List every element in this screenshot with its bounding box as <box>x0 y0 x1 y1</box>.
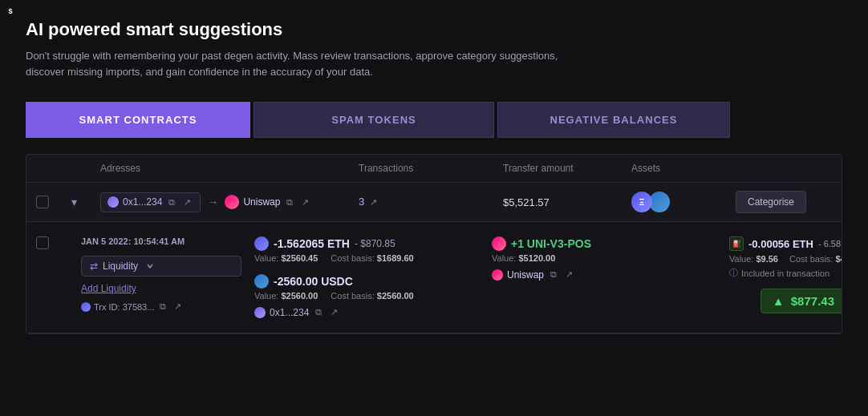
link-trx-id-button[interactable]: ↗ <box>172 301 184 313</box>
result-value: $877.43 <box>791 294 834 308</box>
table-header: Adresses Transactions Transfer amount As… <box>26 155 842 183</box>
row-expand-cell: ▾ <box>68 194 100 210</box>
eth-tx-amount: -1.562065 ETH <box>274 237 350 250</box>
categorise-button[interactable]: Categorise <box>736 191 806 213</box>
uni-tx-item: +1 UNI-V3-POS Value: $5120.00 Uniswap ⧉ … <box>492 236 716 281</box>
usdc-addr-icon <box>254 307 266 318</box>
eth-tx-item: -1.562065 ETH - $870.85 Value: $2560.45 … <box>254 236 479 263</box>
page-subtitle: Don't struggle with remembering your pas… <box>26 48 571 79</box>
col-assets-header: Assets <box>631 163 736 174</box>
col-transfer-header: Transfer amount <box>503 163 631 174</box>
eth-tx-value-label: Value: $2560.45 <box>254 253 318 263</box>
dropdown-label: Liquidity <box>103 261 138 272</box>
table-row: ▾ 0x1...234 ⧉ ↗ → Uniswap ⧉ ↗ 3 ↗ $5,521… <box>26 183 842 222</box>
usdc-tx-value-label: Value: $2560.00 <box>254 291 318 301</box>
copy-from-address-button[interactable]: ⧉ <box>166 196 177 208</box>
asset1-cost-label: Cost basis: $4.62 <box>789 254 842 264</box>
trx-id-text: Trx ID: 37583... <box>94 302 154 312</box>
copy-usdc-addr-button[interactable]: ⧉ <box>313 306 324 318</box>
uni-col: +1 UNI-V3-POS Value: $5120.00 Uniswap ⧉ … <box>492 236 716 318</box>
eth-tx-cost-label: Cost basis: $1689.60 <box>331 253 413 263</box>
tx-link-button[interactable]: ↗ <box>367 196 379 208</box>
asset1-fiat: - 6.58 <box>818 239 841 248</box>
copy-to-address-button[interactable]: ⧉ <box>284 196 295 208</box>
eth-asset-icon: Ξ <box>631 192 652 212</box>
usdc-tx-amount: -2560.00 USDC <box>274 275 353 288</box>
tab-negative-balances[interactable]: NEGATIVE BALANCES <box>497 102 730 138</box>
copy-trx-id-button[interactable]: ⧉ <box>157 301 168 313</box>
col-expand-header <box>68 163 100 174</box>
usdc-tx-cost: $2560.00 <box>377 291 414 301</box>
from-address-text: 0x1...234 <box>123 196 162 208</box>
uni-link-icon <box>492 269 503 281</box>
uni-tx-main: +1 UNI-V3-POS <box>492 236 716 251</box>
info-icon: ⓘ <box>729 267 738 279</box>
main-table: Adresses Transactions Transfer amount As… <box>26 154 842 334</box>
tx-count: 3 <box>359 196 364 208</box>
result-row: ▲ $877.43 💬 ⋮ <box>729 289 842 313</box>
trx-id-row: Trx ID: 37583... ⧉ ↗ <box>81 301 241 313</box>
tx-details-col: -1.562065 ETH - $870.85 Value: $2560.45 … <box>254 236 479 318</box>
expanded-meta-col: JAN 5 2022: 10:54:41 AM ⇄ Liquidity Add … <box>81 236 241 318</box>
category-dropdown[interactable]: ⇄ Liquidity <box>81 256 241 277</box>
uni-link-text: Uniswap <box>507 269 544 281</box>
tab-spam-tokens[interactable]: SPAM TOKENS <box>254 102 494 138</box>
asset1-value: $9.56 <box>756 254 778 264</box>
transfer-amount-cell: $5,521.57 <box>503 196 631 208</box>
result-col: ⛽ -0.00056 ETH - 6.58 Value: $9.56 Cost … <box>729 236 842 318</box>
categorise-cell: Categorise <box>736 191 832 213</box>
tabs-row: SMART CONTRACTS SPAM TOKENS NEGATIVE BAL… <box>26 102 842 138</box>
eth-asset-pump-icon: ⛽ <box>729 236 744 251</box>
add-liquidity-link[interactable]: Add Liquidity <box>81 283 241 294</box>
asset1-sub: Value: $9.56 Cost basis: $4.62 <box>729 254 842 264</box>
usdc-tx-main: -2560.00 USDC <box>254 274 479 289</box>
link-from-address-button[interactable]: ↗ <box>181 196 193 208</box>
asset1-note: Included in transaction <box>741 269 829 278</box>
copy-uni-link-button[interactable]: ⧉ <box>548 269 559 281</box>
eth-tx-sub: Value: $2560.45 Cost basis: $1689.60 <box>254 253 479 263</box>
expanded-row-checkbox[interactable] <box>36 236 49 249</box>
col-actions-header <box>736 163 832 174</box>
eth-tx-value: $2560.45 <box>281 253 318 263</box>
chevron-down-icon <box>146 262 154 270</box>
from-address-badge: 0x1...234 ⧉ ↗ <box>100 192 201 212</box>
uni-tx-value: $5120.00 <box>518 253 555 263</box>
link-uni-button[interactable]: ↗ <box>563 269 575 281</box>
eth-tx-cost: $1689.60 <box>377 253 414 263</box>
arrow-up-icon: ▲ <box>773 294 785 308</box>
row-checkbox-cell <box>36 196 68 208</box>
uni-tx-amount: +1 UNI-V3-POS <box>511 237 591 250</box>
uni-tx-link-row: Uniswap ⧉ ↗ <box>492 269 716 281</box>
usdc-tx-addr-row: 0x1...234 ⧉ ↗ <box>254 306 479 318</box>
from-address-icon <box>107 196 119 208</box>
asset1-note-row: ⓘ Included in transaction <box>729 267 842 279</box>
usdc-tx-sub: Value: $2560.00 Cost basis: $2560.00 <box>254 291 479 301</box>
tab-smart-contracts[interactable]: SMART CONTRACTS <box>26 102 250 138</box>
uni-tx-value-label: Value: $5120.00 <box>492 253 555 263</box>
trx-eth-icon <box>81 302 91 312</box>
to-address-badge: Uniswap ⧉ ↗ <box>225 195 311 209</box>
usdc-tx-item: -2560.00 USDC Value: $2560.00 Cost basis… <box>254 274 479 318</box>
to-address-text: Uniswap <box>243 196 280 208</box>
link-to-address-button[interactable]: ↗ <box>299 196 311 208</box>
expanded-checkbox-cell <box>36 236 68 318</box>
arrow-separator-icon: → <box>207 196 218 208</box>
uniswap-icon <box>225 195 239 209</box>
eth-tx-icon <box>254 236 269 251</box>
tx-date: JAN 5 2022: 10:54:41 AM <box>81 236 241 246</box>
tx-count-cell: 3 ↗ <box>359 196 503 208</box>
usdc-tx-icon <box>254 274 269 289</box>
assets-cell: Ξ $ <box>631 192 736 212</box>
usdc-tx-cost-label: Cost basis: $2560.00 <box>331 291 413 301</box>
eth-asset-item: ⛽ -0.00056 ETH - 6.58 Value: $9.56 Cost … <box>729 236 842 279</box>
eth-tx-fiat: - $870.85 <box>355 238 395 249</box>
usdc-tx-addr: 0x1...234 <box>270 307 309 318</box>
eth-tx-main: -1.562065 ETH - $870.85 <box>254 236 479 251</box>
expand-button[interactable]: ▾ <box>68 194 80 210</box>
asset1-value-label: Value: $9.56 <box>729 254 778 264</box>
link-usdc-addr-button[interactable]: ↗ <box>328 306 340 318</box>
row-checkbox[interactable] <box>36 196 49 208</box>
swap-icon: ⇄ <box>90 261 98 272</box>
eth-asset-main: ⛽ -0.00056 ETH - 6.58 <box>729 236 842 251</box>
col-addresses-header: Adresses <box>100 163 359 174</box>
